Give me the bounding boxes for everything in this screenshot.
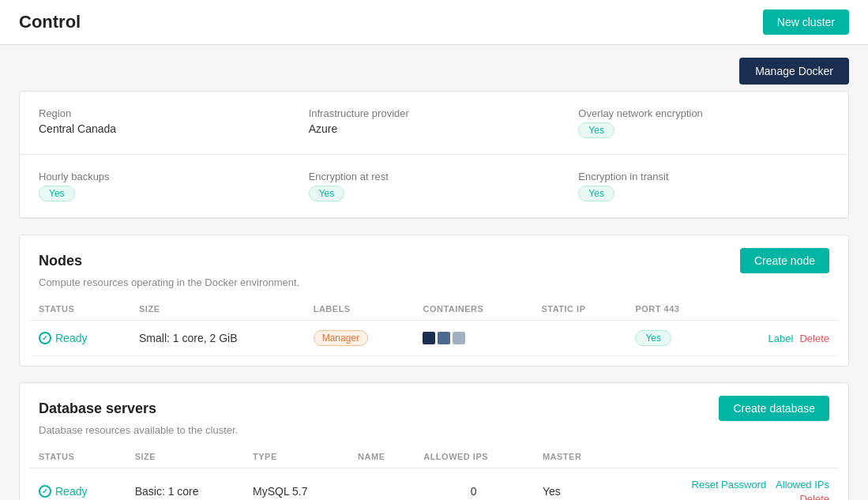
db-col-master: MASTER <box>533 445 616 468</box>
manage-docker-bar: Manage Docker <box>19 45 849 91</box>
new-cluster-button[interactable]: New cluster <box>763 9 849 35</box>
backup-label: Hourly backups <box>39 171 290 182</box>
main-content: Manage Docker Region Central Canada Infr… <box>0 45 868 500</box>
backup-badge: Yes <box>39 186 75 201</box>
db-type: MySQL 5.7 <box>243 468 348 501</box>
node-status: Ready <box>29 321 130 356</box>
create-database-button[interactable]: Create database <box>719 396 829 421</box>
create-node-button[interactable]: Create node <box>740 248 829 273</box>
cluster-info-bottom: Hourly backups Yes Encryption at rest Ye… <box>20 155 848 218</box>
databases-table-header: STATUS SIZE TYPE NAME ALLOWED IPS MASTER <box>29 445 839 468</box>
encryption-rest-info: Encryption at rest Yes <box>309 171 560 201</box>
node-size: Small: 1 core, 2 GiB <box>130 321 304 356</box>
infra-label: Infrastructure provider <box>309 107 560 119</box>
encryption-transit-info: Encryption in transit Yes <box>578 171 829 201</box>
container-box-3 <box>453 332 465 344</box>
node-static-ip <box>532 321 626 356</box>
reset-password-action[interactable]: Reset Password <box>692 479 767 491</box>
db-name <box>348 468 414 501</box>
nodes-table: STATUS SIZE LABELS CONTAINERS STATIC IP … <box>29 298 839 356</box>
db-master: Yes <box>533 468 616 501</box>
infra-value: Azure <box>309 122 560 135</box>
encryption-rest-badge: Yes <box>309 186 345 201</box>
col-port: PORT 443 <box>626 298 720 321</box>
infra-info: Infrastructure provider Azure <box>309 107 560 138</box>
backup-info: Hourly backups Yes <box>39 171 290 201</box>
db-status-text: Ready <box>55 485 87 498</box>
db-col-actions <box>615 445 839 468</box>
encryption-transit-label: Encryption in transit <box>578 171 829 182</box>
col-status: STATUS <box>29 298 130 321</box>
info-grid-row1: Region Central Canada Infrastructure pro… <box>39 107 829 138</box>
status-text: Ready <box>55 332 87 344</box>
encryption-rest-label: Encryption at rest <box>309 171 560 182</box>
label-action[interactable]: Label <box>768 333 794 344</box>
manage-docker-button[interactable]: Manage Docker <box>739 58 849 85</box>
page-title: Control <box>19 12 81 32</box>
db-size: Basic: 1 core <box>126 468 243 501</box>
status-circle-icon <box>39 332 51 344</box>
node-actions: Label Delete <box>720 321 839 356</box>
nodes-subtitle: Compute resources operating in the Docke… <box>20 276 848 298</box>
manager-badge: Manager <box>314 330 368 346</box>
page-header: Control New cluster <box>0 0 868 45</box>
nodes-table-header: STATUS SIZE LABELS CONTAINERS STATIC IP … <box>29 298 839 321</box>
cluster-info-card: Region Central Canada Infrastructure pro… <box>19 91 849 219</box>
allowed-ips-action[interactable]: Allowed IPs <box>776 479 829 491</box>
db-action-links: Reset Password Allowed IPs Delete <box>625 478 829 500</box>
table-row: Ready Small: 1 core, 2 GiB Manager <box>29 321 839 356</box>
db-actions: Reset Password Allowed IPs Delete <box>615 468 839 501</box>
node-labels: Manager <box>304 321 414 356</box>
backup-value: Yes <box>39 186 290 201</box>
table-row: Ready Basic: 1 core MySQL 5.7 0 Yes <box>29 468 839 501</box>
db-col-name: NAME <box>348 445 414 468</box>
col-labels: LABELS <box>304 298 414 321</box>
db-col-type: TYPE <box>243 445 348 468</box>
containers-row <box>423 332 522 344</box>
region-value: Central Canada <box>39 122 290 135</box>
nodes-section-header: Nodes Create node <box>20 235 848 276</box>
port-yes-badge: Yes <box>635 330 671 346</box>
nodes-table-wrapper: STATUS SIZE LABELS CONTAINERS STATIC IP … <box>20 298 848 366</box>
col-actions <box>720 298 839 321</box>
region-info: Region Central Canada <box>39 107 290 138</box>
db-status-circle-icon <box>39 485 51 498</box>
status-ready: Ready <box>39 332 120 344</box>
db-allowed-ips: 0 <box>414 468 533 501</box>
container-box-1 <box>423 332 435 344</box>
overlay-info: Overlay network encryption Yes <box>578 107 829 138</box>
encryption-transit-badge: Yes <box>578 186 614 201</box>
delete-db-action[interactable]: Delete <box>799 493 829 500</box>
databases-card: Database servers Create database Databas… <box>19 382 849 500</box>
col-static-ip: STATIC IP <box>532 298 626 321</box>
databases-section-header: Database servers Create database <box>20 383 848 424</box>
db-col-size: SIZE <box>126 445 243 468</box>
encryption-transit-value: Yes <box>578 186 829 201</box>
nodes-title: Nodes <box>39 253 82 269</box>
node-port: Yes <box>626 321 720 356</box>
db-status: Ready <box>29 468 126 501</box>
delete-node-action[interactable]: Delete <box>799 333 829 344</box>
cluster-info-top: Region Central Canada Infrastructure pro… <box>20 92 848 155</box>
db-col-allowed-ips: ALLOWED IPS <box>414 445 533 468</box>
databases-table: STATUS SIZE TYPE NAME ALLOWED IPS MASTER <box>29 445 839 500</box>
databases-title: Database servers <box>39 400 156 417</box>
db-action-row2: Delete <box>799 492 829 500</box>
col-containers: CONTAINERS <box>413 298 532 321</box>
node-action-links: Label Delete <box>729 333 829 344</box>
db-col-status: STATUS <box>29 445 126 468</box>
nodes-card: Nodes Create node Compute resources oper… <box>19 235 849 367</box>
overlay-badge: Yes <box>578 122 614 138</box>
info-grid-row2: Hourly backups Yes Encryption at rest Ye… <box>39 171 829 201</box>
col-size: SIZE <box>130 298 304 321</box>
databases-table-wrapper: STATUS SIZE TYPE NAME ALLOWED IPS MASTER <box>20 445 848 500</box>
region-label: Region <box>39 107 290 119</box>
encryption-rest-value: Yes <box>309 186 560 201</box>
overlay-label: Overlay network encryption <box>578 107 829 119</box>
overlay-value: Yes <box>578 122 829 138</box>
db-size-value: Basic: 1 core <box>135 485 199 498</box>
node-containers <box>413 321 532 356</box>
db-action-row1: Reset Password Allowed IPs <box>692 478 829 491</box>
databases-subtitle: Database resources available to the clus… <box>20 424 848 445</box>
container-box-2 <box>438 332 450 344</box>
